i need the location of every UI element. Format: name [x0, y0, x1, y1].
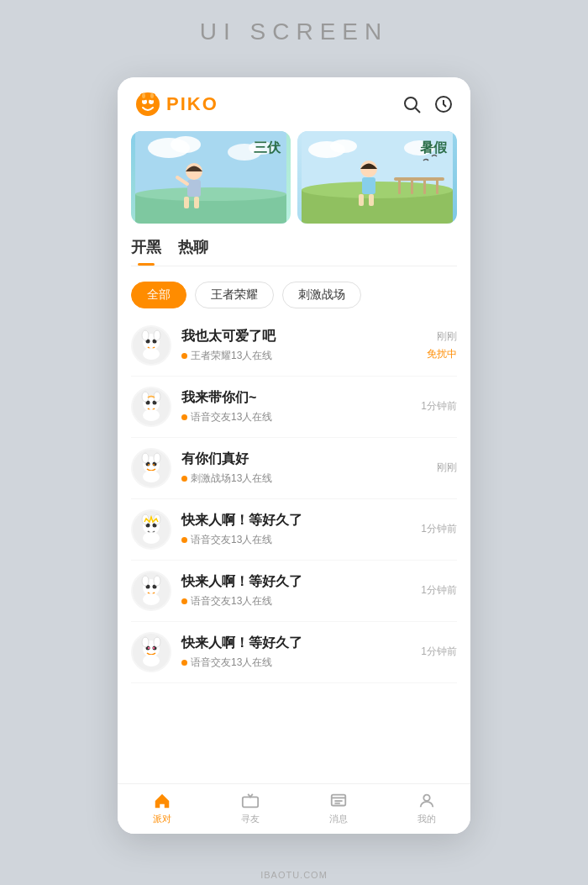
tab-kaihei[interactable]: 开黑 [131, 237, 161, 261]
item-meta-2: 1分钟前 [421, 399, 457, 414]
item-title-2: 我来带你们~ [181, 389, 411, 407]
svg-point-81 [148, 646, 150, 648]
item-subtitle-3: 刺激战场13人在线 [181, 471, 427, 486]
item-title-3: 有你们真好 [181, 450, 427, 468]
item-time-3: 刚刚 [437, 461, 457, 475]
item-meta-4: 1分钟前 [421, 522, 457, 536]
svg-rect-34 [362, 177, 375, 194]
avatar-6 [131, 632, 171, 672]
svg-point-27 [302, 182, 453, 198]
nav-mine-label: 我的 [417, 813, 436, 825]
svg-point-16 [135, 187, 286, 201]
nav-find[interactable]: 寻友 [206, 784, 294, 834]
list-item[interactable]: 我来带你们~ 语音交友13人在线 1分钟前 [131, 377, 457, 438]
svg-line-8 [416, 108, 421, 113]
nav-message-label: 消息 [329, 813, 348, 825]
banner-area: 三伏 [118, 126, 470, 232]
svg-point-66 [143, 532, 160, 544]
svg-point-73 [143, 593, 160, 605]
avatar-5 [131, 571, 171, 611]
nav-party[interactable]: 派对 [118, 784, 206, 834]
filter-wzry[interactable]: 王者荣耀 [195, 282, 274, 308]
message-icon [329, 792, 348, 810]
filter-all[interactable]: 全部 [131, 282, 186, 308]
list-item[interactable]: 我也太可爱了吧 王者荣耀13人在线 刚刚 免扰中 [131, 315, 457, 377]
svg-point-78 [142, 637, 149, 647]
online-dot-2 [181, 414, 187, 420]
item-meta-6: 1分钟前 [421, 645, 457, 659]
header: PIKO [118, 77, 470, 126]
list-item[interactable]: 快来人啊！等好久了 语音交友13人在线 1分钟前 [131, 622, 457, 683]
item-time-4: 1分钟前 [421, 522, 457, 536]
tab-row: 开黑 热聊 [131, 237, 457, 266]
item-subtitle-5: 语音交友13人在线 [181, 594, 411, 608]
item-tag-1: 免扰中 [427, 347, 457, 361]
item-title-4: 快来人啊！等好久了 [181, 512, 411, 529]
svg-point-0 [136, 92, 160, 116]
svg-rect-20 [194, 197, 199, 208]
item-subtitle-6: 语音交友13人在线 [181, 656, 411, 670]
nav-find-label: 寻友 [241, 813, 260, 825]
svg-point-6 [150, 93, 154, 98]
svg-point-7 [405, 97, 417, 109]
item-content-3: 有你们真好 刺激战场13人在线 [181, 450, 427, 486]
phone-frame: PIKO [118, 77, 470, 834]
list-item[interactable]: 有你们真好 刺激战场13人在线 刚刚 [131, 438, 457, 499]
list-container: 我也太可爱了吧 王者荣耀13人在线 刚刚 免扰中 [118, 315, 470, 783]
item-content-1: 我也太可爱了吧 王者荣耀13人在线 [181, 328, 417, 363]
avatar-1 [131, 325, 171, 366]
tab-reliao[interactable]: 热聊 [178, 237, 208, 261]
svg-point-24 [330, 140, 357, 153]
online-dot-1 [181, 353, 187, 359]
history-icon[interactable] [433, 94, 454, 114]
list-item[interactable]: 快来人啊！等好久了 语音交友13人在线 1分钟前 [131, 561, 457, 622]
svg-point-56 [154, 453, 160, 463]
svg-point-42 [154, 330, 160, 340]
item-time-5: 1分钟前 [421, 583, 457, 598]
piko-logo-icon [134, 91, 161, 118]
online-dot-6 [181, 660, 187, 666]
banner-text-2: 暑假 [420, 140, 447, 157]
item-subtitle-4: 语音交友13人在线 [181, 533, 411, 547]
avatar-4 [131, 509, 171, 550]
logo-text: PIKO [166, 93, 218, 115]
svg-rect-35 [359, 194, 364, 206]
item-content-2: 我来带你们~ 语音交友13人在线 [181, 389, 411, 424]
credit-label: IBAOTU.COM [260, 870, 328, 880]
nav-message[interactable]: 消息 [294, 784, 382, 834]
ui-screen-label: UI SCREEN [200, 18, 388, 45]
item-title-1: 我也太可爱了吧 [181, 328, 417, 345]
item-meta-5: 1分钟前 [421, 583, 457, 598]
item-time-1: 刚刚 [437, 329, 457, 344]
filter-jjzc[interactable]: 刺激战场 [282, 282, 361, 308]
svg-rect-18 [187, 180, 201, 197]
item-content-5: 快来人啊！等好久了 语音交友13人在线 [181, 573, 411, 608]
item-title-5: 快来人啊！等好久了 [181, 573, 411, 591]
svg-point-55 [142, 453, 149, 463]
svg-point-12 [171, 136, 201, 153]
banner-card-1[interactable]: 三伏 [131, 131, 291, 224]
home-icon [153, 792, 171, 810]
svg-rect-83 [242, 797, 257, 807]
online-dot-3 [181, 476, 187, 482]
banner-card-2[interactable]: 暑假 [297, 131, 457, 224]
filter-row: 全部 王者荣耀 刺激战场 [118, 275, 470, 315]
svg-point-82 [153, 646, 155, 648]
item-title-6: 快来人啊！等好久了 [181, 635, 411, 652]
item-time-2: 1分钟前 [421, 399, 457, 414]
search-icon[interactable] [402, 94, 422, 114]
online-dot-4 [181, 537, 187, 543]
tabs-section: 开黑 热聊 [118, 232, 470, 275]
nav-mine[interactable]: 我的 [382, 784, 470, 834]
item-content-4: 快来人啊！等好久了 语音交友13人在线 [181, 512, 411, 547]
header-icons [402, 94, 454, 114]
avatar-3 [131, 448, 171, 488]
item-content-6: 快来人啊！等好久了 语音交友13人在线 [181, 635, 411, 670]
svg-point-79 [154, 637, 160, 647]
avatar-2 [131, 387, 171, 427]
item-meta-1: 刚刚 免扰中 [427, 329, 457, 361]
svg-point-5 [142, 93, 145, 98]
tv-icon [241, 792, 260, 810]
list-item[interactable]: 快来人啊！等好久了 语音交友13人在线 1分钟前 [131, 499, 457, 561]
item-subtitle-2: 语音交友13人在线 [181, 410, 411, 424]
